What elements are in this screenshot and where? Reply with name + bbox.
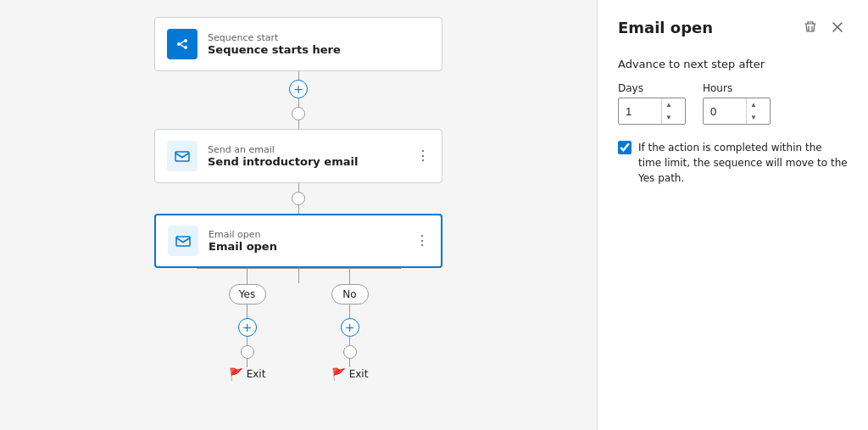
sequence-start-sublabel: Sequence start <box>208 32 341 43</box>
email-open-title: Email open <box>209 240 277 253</box>
svg-point-2 <box>184 46 187 49</box>
v-left <box>247 269 248 284</box>
yes-add-btn[interactable]: + <box>238 318 257 337</box>
send-email-labels: Send an email Send introductory email <box>208 144 358 168</box>
checkbox-row: If the action is completed within the ti… <box>618 140 848 186</box>
trash-icon <box>804 20 817 34</box>
no-exit: 🚩 Exit <box>331 367 369 381</box>
send-email-sublabel: Send an email <box>208 144 358 155</box>
v-yes-4 <box>247 359 248 367</box>
days-down-btn[interactable]: ▼ <box>662 111 676 124</box>
email-open-icon <box>168 226 198 256</box>
v-no-4 <box>349 359 350 367</box>
email-open-sublabel: Email open <box>209 229 277 240</box>
days-spinner: ▲ ▼ <box>661 98 676 124</box>
hours-up-btn[interactable]: ▲ <box>747 98 760 111</box>
time-limit-checkbox[interactable] <box>618 141 632 154</box>
svg-point-0 <box>177 42 181 46</box>
send-email-menu-btn[interactable]: ⋮ <box>413 148 433 165</box>
v-yes-bottom <box>247 304 248 318</box>
hours-down-btn[interactable]: ▼ <box>747 111 760 124</box>
send-email-icon <box>167 141 198 171</box>
v-yes-3 <box>247 337 248 345</box>
branch-h-row: Yes + 🚩 Exit <box>197 268 401 381</box>
days-label: Days <box>618 82 686 94</box>
yes-exit: 🚩 Exit <box>229 367 266 381</box>
days-input[interactable] <box>619 102 661 121</box>
days-field: Days ▲ ▼ <box>618 82 686 125</box>
hours-input[interactable] <box>704 102 746 121</box>
yes-circle <box>241 345 254 359</box>
delete-button[interactable] <box>800 17 821 37</box>
line-1 <box>298 71 299 80</box>
v-no-bottom <box>349 304 350 318</box>
circle-2 <box>292 192 305 205</box>
close-button[interactable] <box>827 17 848 37</box>
no-circle <box>343 345 357 359</box>
email-open-node[interactable]: Email open Email open ⋮ <box>154 214 442 268</box>
right-arm: No + 🚩 Exit <box>299 268 401 381</box>
email-open-menu-btn[interactable]: ⋮ <box>412 232 432 249</box>
yes-flag-icon: 🚩 <box>229 367 243 381</box>
left-arm: Yes + 🚩 Exit <box>197 268 298 381</box>
canvas-area: Sequence start Sequence starts here + Se… <box>0 0 597 430</box>
panel-actions <box>800 17 848 37</box>
days-input-wrap: ▲ ▼ <box>618 98 686 125</box>
svg-point-1 <box>184 39 187 42</box>
panel-header: Email open <box>618 17 848 37</box>
no-label: No <box>331 284 369 304</box>
svg-rect-6 <box>176 237 190 246</box>
section-label: Advance to next step after <box>618 58 848 70</box>
send-email-node[interactable]: Send an email Send introductory email ⋮ <box>154 129 442 183</box>
sequence-start-title: Sequence starts here <box>208 43 341 56</box>
sequence-start-icon <box>167 29 198 59</box>
hours-label: Hours <box>703 82 771 94</box>
days-up-btn[interactable]: ▲ <box>662 98 676 111</box>
line-2 <box>298 183 299 192</box>
v-right <box>349 269 350 284</box>
send-email-title: Send introductory email <box>208 155 358 168</box>
add-btn-1[interactable]: + <box>289 80 308 98</box>
branch-container: Yes + 🚩 Exit <box>197 268 401 381</box>
v-no-3 <box>349 337 350 345</box>
line-1b <box>298 98 299 107</box>
svg-line-3 <box>181 42 184 44</box>
circle-1 <box>292 107 305 120</box>
yes-exit-label: Exit <box>247 368 266 380</box>
time-inputs: Days ▲ ▼ Hours ▲ ▼ <box>618 82 848 125</box>
no-add-btn[interactable]: + <box>341 318 359 337</box>
sequence-start-labels: Sequence start Sequence starts here <box>208 32 341 56</box>
panel-title: Email open <box>618 19 713 36</box>
connector-2 <box>292 183 305 214</box>
hours-field: Hours ▲ ▼ <box>703 82 771 125</box>
connector-1: + <box>289 71 308 129</box>
checkbox-label: If the action is completed within the ti… <box>638 140 848 186</box>
yes-label: Yes <box>229 284 266 304</box>
no-flag-icon: 🚩 <box>331 367 346 381</box>
flow-wrapper: Sequence start Sequence starts here + Se… <box>154 17 442 381</box>
svg-rect-5 <box>175 152 189 161</box>
no-exit-label: Exit <box>349 368 369 380</box>
svg-line-4 <box>181 45 184 47</box>
line-2b <box>298 205 299 214</box>
email-open-labels: Email open Email open <box>209 229 277 253</box>
line-1c <box>298 120 299 129</box>
close-icon <box>831 20 844 34</box>
right-panel: Email open Advance to next step after Da… <box>597 0 868 430</box>
sequence-start-node[interactable]: Sequence start Sequence starts here <box>154 17 442 71</box>
hours-input-wrap: ▲ ▼ <box>703 98 771 125</box>
hours-spinner: ▲ ▼ <box>746 98 760 124</box>
